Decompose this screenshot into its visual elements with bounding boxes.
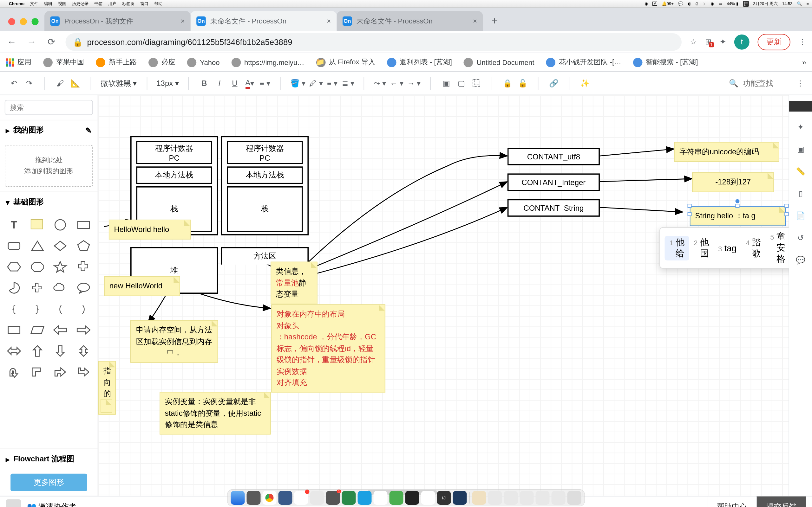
star-icon[interactable]: ☆ <box>690 38 697 46</box>
note-helloworld[interactable]: HelloWorld hello <box>109 220 191 239</box>
box-stack2[interactable]: 栈 <box>227 186 303 232</box>
rect-shape[interactable] <box>74 217 93 233</box>
fill-button[interactable]: 🪣 ▾ <box>290 76 306 90</box>
link-button[interactable]: 🔗 <box>548 76 560 90</box>
intellij-icon[interactable]: IJ <box>437 491 451 505</box>
more-menu[interactable]: ⋮ <box>795 76 806 90</box>
forward-button[interactable]: → <box>26 37 38 47</box>
resize-handle[interactable] <box>784 212 789 216</box>
paren-shape[interactable]: ( <box>51 301 70 318</box>
unlock-button[interactable]: 🔓 <box>517 76 529 90</box>
file-icon[interactable] <box>488 491 502 505</box>
function-search[interactable] <box>743 79 790 88</box>
window-close-icon[interactable] <box>8 18 15 25</box>
close-icon[interactable]: × <box>181 17 185 25</box>
box-contant-integer[interactable]: CONTANT_Integer <box>507 173 600 191</box>
file-icon[interactable] <box>536 491 550 505</box>
qq-icon[interactable] <box>294 491 308 505</box>
arrow-up-shape[interactable] <box>28 343 47 360</box>
search-icon[interactable]: 🔍 <box>797 1 802 6</box>
parallelogram-shape[interactable] <box>28 322 47 338</box>
app-name[interactable]: Chrome <box>9 1 24 6</box>
rect2-shape[interactable] <box>5 322 23 338</box>
box-contant-string[interactable]: CONTANT_String <box>507 199 600 217</box>
profile-avatar[interactable]: t <box>734 34 750 49</box>
bookmark-item[interactable]: https://img.meiyu… <box>231 58 304 67</box>
uturn-shape[interactable] <box>5 364 23 381</box>
ime-cand-5[interactable]: 5童安格 <box>766 230 789 266</box>
history-icon[interactable]: ↺ <box>794 231 808 245</box>
turn-shape[interactable] <box>51 364 70 381</box>
front-button[interactable]: ▣ <box>440 76 452 90</box>
size-select[interactable]: 13px ▾ <box>156 79 179 88</box>
note-class-info[interactable]: 类信息，常量池静态变量 <box>270 262 317 304</box>
menu-help[interactable]: 帮助 <box>154 1 162 7</box>
apps-button[interactable]: 应用 <box>6 57 32 67</box>
line-style-button[interactable]: ≡ ▾ <box>327 76 339 90</box>
box-pc2[interactable]: 程序计数器 PC <box>227 141 303 164</box>
stroke-button[interactable]: 🖊 ▾ <box>309 76 323 90</box>
speech-shape[interactable] <box>74 280 93 297</box>
format-button[interactable]: 📐 <box>69 76 81 90</box>
shape-search[interactable] <box>5 100 93 115</box>
arrow-lr-shape[interactable] <box>5 343 23 360</box>
bookmarks-overflow[interactable]: » <box>802 58 806 66</box>
diamond-shape[interactable] <box>51 238 70 255</box>
circle-shape[interactable] <box>51 217 70 233</box>
font-select[interactable]: 微软雅黑 ▾ <box>101 78 137 89</box>
status-icon[interactable]: ◉ <box>645 1 648 6</box>
bookmark-item[interactable]: Yahoo <box>187 58 220 67</box>
roundrect-shape[interactable] <box>5 238 23 255</box>
user-avatar[interactable] <box>6 499 21 507</box>
menu-file[interactable]: 文件 <box>30 1 38 7</box>
note-shape[interactable] <box>28 217 47 233</box>
box-local1[interactable]: 本地方法栈 <box>136 166 212 184</box>
underline-button[interactable]: U <box>229 76 241 90</box>
bend-shape[interactable] <box>74 364 93 381</box>
ime-cand-2[interactable]: 2他国 <box>689 236 713 260</box>
my-shapes-header[interactable]: ▸ 我的图形✎ <box>0 120 98 140</box>
wechat-icon[interactable]: 💬 <box>678 1 683 6</box>
invite-button[interactable]: 👥 邀请协作者 <box>27 501 77 507</box>
box-local2[interactable]: 本地方法栈 <box>227 166 303 184</box>
page-icon[interactable]: 📄 <box>794 209 808 222</box>
arrow-right-shape[interactable] <box>74 322 93 338</box>
display-icon[interactable]: ▭ <box>718 1 722 6</box>
resize-handle[interactable] <box>687 204 692 208</box>
date[interactable]: 3月20日 周六 <box>753 1 778 7</box>
time[interactable]: 14:53 <box>782 1 793 6</box>
back-button[interactable]: ← <box>6 37 17 47</box>
cloud-shape[interactable] <box>51 280 70 297</box>
note-unicode[interactable]: 字符串的unicode的编码 <box>674 142 779 162</box>
menu-history[interactable]: 历史记录 <box>72 1 89 7</box>
star-shape[interactable] <box>51 259 70 275</box>
menu-view[interactable]: 视图 <box>58 1 66 7</box>
file-icon[interactable] <box>520 491 534 505</box>
bookmark-item[interactable]: 智能搜索 - [蓝湖] <box>633 57 698 67</box>
app-icon[interactable] <box>358 491 372 505</box>
flowchart-header[interactable]: ▸ Flowchart 流程图 <box>0 448 98 469</box>
group-button[interactable]: ⿺ <box>471 76 483 90</box>
omnibox[interactable]: 🔒 processon.com/diagraming/601125b5f346f… <box>65 33 681 50</box>
ime-candidates[interactable]: 1他给 2他国 3tag 4踏歌 5童安格 6提案国 ⌄ <box>659 227 789 269</box>
extension-icon[interactable]: ✦ <box>720 38 726 46</box>
ime-indicator[interactable]: 拼 <box>743 1 749 7</box>
box-pc1[interactable]: 程序计数器 PC <box>136 141 212 164</box>
italic-button[interactable]: I <box>214 76 225 90</box>
magic-button[interactable]: ✨ <box>579 76 591 90</box>
corner-shape[interactable] <box>28 364 47 381</box>
app-icon[interactable] <box>278 491 293 505</box>
window-min-icon[interactable] <box>20 18 27 25</box>
ime-cand-3[interactable]: 3tag <box>713 242 741 254</box>
status-icon[interactable]: ◐ <box>688 1 691 6</box>
file-icon[interactable] <box>552 491 565 505</box>
line-weight-button[interactable]: ≣ ▾ <box>342 76 355 90</box>
more-shapes-button[interactable]: 更多图形 <box>10 474 87 491</box>
feedback-button[interactable]: 提交反馈 <box>757 496 806 507</box>
bookmark-item[interactable]: Untitled Document <box>464 58 534 67</box>
note-new[interactable]: new HelloWorld <box>104 276 180 296</box>
brush-button[interactable]: 🖌 <box>54 76 66 90</box>
resize-handle[interactable] <box>687 212 692 216</box>
cross-shape[interactable] <box>74 259 93 275</box>
ime-cand-1[interactable]: 1他给 <box>664 236 689 260</box>
